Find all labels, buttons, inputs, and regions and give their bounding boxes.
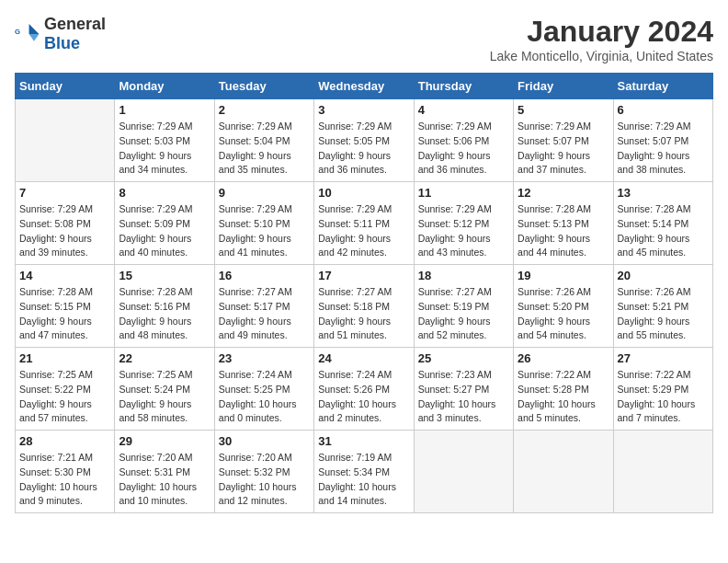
day-cell: 13Sunrise: 7:28 AM Sunset: 5:14 PM Dayli… [613, 182, 712, 265]
day-number: 27 [618, 351, 709, 365]
day-info: Sunrise: 7:29 AM Sunset: 5:05 PM Dayligh… [318, 120, 409, 178]
day-cell: 15Sunrise: 7:28 AM Sunset: 5:16 PM Dayli… [115, 265, 214, 348]
day-info: Sunrise: 7:29 AM Sunset: 5:09 PM Dayligh… [119, 202, 210, 260]
day-cell: 29Sunrise: 7:20 AM Sunset: 5:31 PM Dayli… [115, 431, 214, 513]
col-header-tuesday: Tuesday [214, 74, 313, 99]
day-number: 24 [318, 351, 409, 365]
day-cell: 5Sunrise: 7:29 AM Sunset: 5:07 PM Daylig… [514, 99, 613, 182]
day-info: Sunrise: 7:22 AM Sunset: 5:29 PM Dayligh… [618, 368, 709, 426]
day-info: Sunrise: 7:29 AM Sunset: 5:06 PM Dayligh… [418, 120, 509, 178]
day-number: 22 [119, 351, 210, 365]
day-cell: 2Sunrise: 7:29 AM Sunset: 5:04 PM Daylig… [214, 99, 313, 182]
logo-blue: Blue [44, 34, 80, 52]
day-info: Sunrise: 7:19 AM Sunset: 5:34 PM Dayligh… [318, 451, 409, 509]
day-info: Sunrise: 7:27 AM Sunset: 5:17 PM Dayligh… [219, 285, 310, 343]
day-info: Sunrise: 7:28 AM Sunset: 5:15 PM Dayligh… [19, 285, 110, 343]
day-info: Sunrise: 7:28 AM Sunset: 5:13 PM Dayligh… [518, 202, 609, 260]
calendar-header: SundayMondayTuesdayWednesdayThursdayFrid… [16, 74, 713, 99]
day-number: 21 [19, 351, 110, 365]
day-info: Sunrise: 7:29 AM Sunset: 5:03 PM Dayligh… [119, 120, 210, 178]
day-cell: 7Sunrise: 7:29 AM Sunset: 5:08 PM Daylig… [16, 182, 115, 265]
header-row: SundayMondayTuesdayWednesdayThursdayFrid… [16, 74, 713, 99]
day-number: 25 [418, 351, 509, 365]
day-cell: 17Sunrise: 7:27 AM Sunset: 5:18 PM Dayli… [314, 265, 414, 348]
day-info: Sunrise: 7:25 AM Sunset: 5:24 PM Dayligh… [119, 368, 210, 426]
day-cell: 8Sunrise: 7:29 AM Sunset: 5:09 PM Daylig… [115, 182, 214, 265]
day-number: 30 [219, 434, 310, 448]
day-number: 10 [318, 186, 409, 200]
day-info: Sunrise: 7:26 AM Sunset: 5:20 PM Dayligh… [518, 285, 609, 343]
day-cell: 3Sunrise: 7:29 AM Sunset: 5:05 PM Daylig… [314, 99, 414, 182]
day-number: 5 [518, 103, 609, 117]
header: G General Blue January 2024 Lake Montice… [15, 15, 713, 63]
day-number: 11 [418, 186, 509, 200]
day-info: Sunrise: 7:28 AM Sunset: 5:16 PM Dayligh… [119, 285, 210, 343]
logo-icon: G [15, 21, 40, 47]
day-info: Sunrise: 7:21 AM Sunset: 5:30 PM Dayligh… [19, 451, 110, 509]
day-number: 19 [518, 269, 609, 282]
day-cell: 23Sunrise: 7:24 AM Sunset: 5:25 PM Dayli… [214, 348, 313, 431]
day-cell: 26Sunrise: 7:22 AM Sunset: 5:28 PM Dayli… [514, 348, 613, 431]
col-header-wednesday: Wednesday [314, 74, 414, 99]
day-info: Sunrise: 7:29 AM Sunset: 5:04 PM Dayligh… [219, 120, 310, 178]
day-number: 20 [618, 269, 709, 282]
day-info: Sunrise: 7:29 AM Sunset: 5:07 PM Dayligh… [618, 120, 709, 178]
day-number: 7 [19, 186, 110, 200]
col-header-sunday: Sunday [16, 74, 115, 99]
day-cell: 27Sunrise: 7:22 AM Sunset: 5:29 PM Dayli… [613, 348, 712, 431]
week-row-5: 28Sunrise: 7:21 AM Sunset: 5:30 PM Dayli… [16, 431, 713, 513]
calendar-subtitle: Lake Monticello, Virginia, United States [490, 49, 713, 63]
day-number: 3 [318, 103, 409, 117]
day-number: 18 [418, 269, 509, 282]
col-header-thursday: Thursday [414, 74, 513, 99]
day-number: 13 [618, 186, 709, 200]
day-cell: 1Sunrise: 7:29 AM Sunset: 5:03 PM Daylig… [115, 99, 214, 182]
col-header-friday: Friday [514, 74, 613, 99]
logo: G General Blue [15, 15, 106, 53]
calendar-title: January 2024 [490, 15, 713, 49]
day-cell: 22Sunrise: 7:25 AM Sunset: 5:24 PM Dayli… [115, 348, 214, 431]
day-number: 4 [418, 103, 509, 117]
day-cell: 28Sunrise: 7:21 AM Sunset: 5:30 PM Dayli… [16, 431, 115, 513]
week-row-4: 21Sunrise: 7:25 AM Sunset: 5:22 PM Dayli… [16, 348, 713, 431]
day-number: 12 [518, 186, 609, 200]
day-cell: 18Sunrise: 7:27 AM Sunset: 5:19 PM Dayli… [414, 265, 513, 348]
week-row-1: 1Sunrise: 7:29 AM Sunset: 5:03 PM Daylig… [16, 99, 713, 182]
day-number: 6 [618, 103, 709, 117]
day-info: Sunrise: 7:25 AM Sunset: 5:22 PM Dayligh… [19, 368, 110, 426]
svg-marker-1 [29, 24, 40, 34]
day-info: Sunrise: 7:22 AM Sunset: 5:28 PM Dayligh… [518, 368, 609, 426]
day-info: Sunrise: 7:26 AM Sunset: 5:21 PM Dayligh… [618, 285, 709, 343]
day-cell: 14Sunrise: 7:28 AM Sunset: 5:15 PM Dayli… [16, 265, 115, 348]
day-cell: 24Sunrise: 7:24 AM Sunset: 5:26 PM Dayli… [314, 348, 414, 431]
day-info: Sunrise: 7:24 AM Sunset: 5:25 PM Dayligh… [219, 368, 310, 426]
day-info: Sunrise: 7:29 AM Sunset: 5:11 PM Dayligh… [318, 202, 409, 260]
svg-marker-2 [29, 34, 40, 41]
day-cell: 9Sunrise: 7:29 AM Sunset: 5:10 PM Daylig… [214, 182, 313, 265]
logo-general: General [44, 15, 106, 33]
day-cell: 31Sunrise: 7:19 AM Sunset: 5:34 PM Dayli… [314, 431, 414, 513]
day-info: Sunrise: 7:29 AM Sunset: 5:12 PM Dayligh… [418, 202, 509, 260]
day-number: 15 [119, 269, 210, 282]
day-cell [514, 431, 613, 513]
day-number: 17 [318, 269, 409, 282]
svg-text:G: G [15, 28, 20, 36]
day-number: 14 [19, 269, 110, 282]
day-number: 29 [119, 434, 210, 448]
day-number: 28 [19, 434, 110, 448]
day-cell: 6Sunrise: 7:29 AM Sunset: 5:07 PM Daylig… [613, 99, 712, 182]
day-number: 2 [219, 103, 310, 117]
day-number: 23 [219, 351, 310, 365]
title-section: January 2024 Lake Monticello, Virginia, … [490, 15, 713, 63]
day-number: 1 [119, 103, 210, 117]
day-info: Sunrise: 7:27 AM Sunset: 5:19 PM Dayligh… [418, 285, 509, 343]
day-cell: 19Sunrise: 7:26 AM Sunset: 5:20 PM Dayli… [514, 265, 613, 348]
col-header-monday: Monday [115, 74, 214, 99]
calendar-table: SundayMondayTuesdayWednesdayThursdayFrid… [15, 73, 713, 513]
day-cell: 16Sunrise: 7:27 AM Sunset: 5:17 PM Dayli… [214, 265, 313, 348]
week-row-2: 7Sunrise: 7:29 AM Sunset: 5:08 PM Daylig… [16, 182, 713, 265]
day-cell: 10Sunrise: 7:29 AM Sunset: 5:11 PM Dayli… [314, 182, 414, 265]
day-number: 8 [119, 186, 210, 200]
day-number: 31 [318, 434, 409, 448]
day-cell [16, 99, 115, 182]
